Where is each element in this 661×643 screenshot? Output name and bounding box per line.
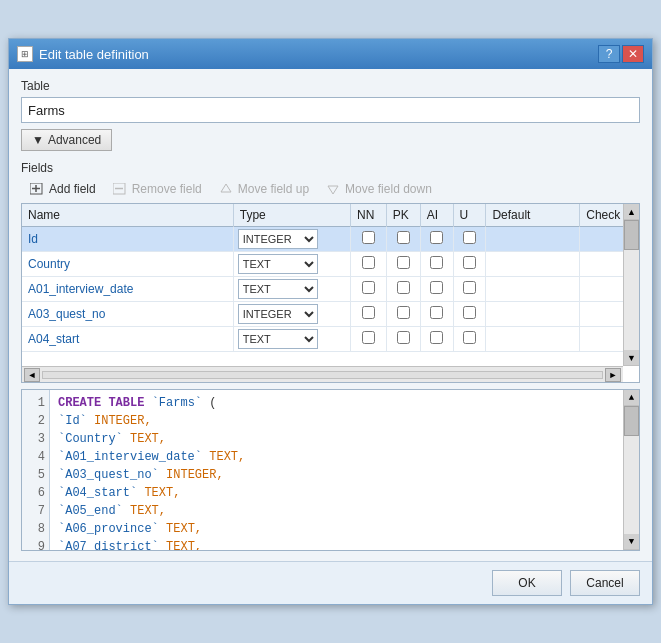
field-default-cell bbox=[486, 227, 580, 252]
field-ai-cell[interactable] bbox=[420, 252, 453, 277]
add-field-label: Add field bbox=[49, 182, 96, 196]
dialog-footer: OK Cancel bbox=[9, 561, 652, 604]
sql-vscroll[interactable]: ▲ ▼ bbox=[623, 390, 639, 550]
field-pk-cell[interactable] bbox=[386, 327, 420, 352]
type-select[interactable]: INTEGERTEXTREALBLOBNUMERIC bbox=[238, 279, 318, 299]
field-ai-cell[interactable] bbox=[420, 227, 453, 252]
move-down-label: Move field down bbox=[345, 182, 432, 196]
field-pk-cell[interactable] bbox=[386, 302, 420, 327]
hscroll-left-btn[interactable]: ◄ bbox=[24, 368, 40, 382]
field-pk-cell[interactable] bbox=[386, 227, 420, 252]
help-button[interactable]: ? bbox=[598, 45, 620, 63]
field-u-cell[interactable] bbox=[453, 252, 486, 277]
field-ai-cell[interactable] bbox=[420, 302, 453, 327]
field-pk-cell[interactable] bbox=[386, 277, 420, 302]
field-u-cell[interactable] bbox=[453, 277, 486, 302]
advanced-arrow: ▼ bbox=[32, 133, 44, 147]
sql-token: `A03_quest_no` bbox=[58, 468, 159, 482]
fields-toolbar: Add field Remove field bbox=[21, 179, 640, 199]
field-nn-cell[interactable] bbox=[351, 327, 387, 352]
field-ai-cell[interactable] bbox=[420, 277, 453, 302]
field-type-cell[interactable]: INTEGERTEXTREALBLOBNUMERIC bbox=[233, 252, 350, 277]
move-field-down-button[interactable]: Move field down bbox=[317, 179, 440, 199]
col-header-u: U bbox=[453, 204, 486, 227]
add-field-button[interactable]: Add field bbox=[21, 179, 104, 199]
table-row[interactable]: CountryINTEGERTEXTREALBLOBNUMERIC bbox=[22, 252, 639, 277]
remove-field-button[interactable]: Remove field bbox=[104, 179, 210, 199]
move-up-icon bbox=[218, 182, 234, 196]
table-row[interactable]: A04_startINTEGERTEXTREALBLOBNUMERIC bbox=[22, 327, 639, 352]
line-number: 3 bbox=[26, 430, 45, 448]
field-pk-checkbox[interactable] bbox=[397, 331, 410, 344]
table-hscroll[interactable]: ◄ ► bbox=[22, 366, 623, 382]
field-u-cell[interactable] bbox=[453, 327, 486, 352]
sql-token: `A01_interview_date` bbox=[58, 450, 202, 464]
advanced-button[interactable]: ▼ Advanced bbox=[21, 129, 112, 151]
field-pk-checkbox[interactable] bbox=[397, 256, 410, 269]
type-select[interactable]: INTEGERTEXTREALBLOBNUMERIC bbox=[238, 329, 318, 349]
cancel-button[interactable]: Cancel bbox=[570, 570, 640, 596]
field-nn-checkbox[interactable] bbox=[362, 306, 375, 319]
close-button[interactable]: ✕ bbox=[622, 45, 644, 63]
field-pk-cell[interactable] bbox=[386, 252, 420, 277]
line-number: 4 bbox=[26, 448, 45, 466]
field-name-cell: Id bbox=[22, 227, 233, 252]
sql-line: `Id` INTEGER, bbox=[58, 412, 631, 430]
field-u-cell[interactable] bbox=[453, 227, 486, 252]
field-u-checkbox[interactable] bbox=[463, 231, 476, 244]
field-pk-checkbox[interactable] bbox=[397, 306, 410, 319]
ok-button[interactable]: OK bbox=[492, 570, 562, 596]
field-type-cell[interactable]: INTEGERTEXTREALBLOBNUMERIC bbox=[233, 327, 350, 352]
field-u-checkbox[interactable] bbox=[463, 331, 476, 344]
field-default-cell bbox=[486, 327, 580, 352]
move-field-up-button[interactable]: Move field up bbox=[210, 179, 317, 199]
hscroll-right-btn[interactable]: ► bbox=[605, 368, 621, 382]
vscroll-down-btn[interactable]: ▼ bbox=[624, 350, 639, 366]
field-nn-checkbox[interactable] bbox=[362, 331, 375, 344]
table-name-input[interactable] bbox=[21, 97, 640, 123]
sql-vscroll-up-btn[interactable]: ▲ bbox=[624, 390, 639, 406]
advanced-label: Advanced bbox=[48, 133, 101, 147]
field-name-cell: A04_start bbox=[22, 327, 233, 352]
field-u-cell[interactable] bbox=[453, 302, 486, 327]
field-nn-checkbox[interactable] bbox=[362, 256, 375, 269]
fields-label: Fields bbox=[21, 161, 640, 175]
field-pk-checkbox[interactable] bbox=[397, 231, 410, 244]
field-pk-checkbox[interactable] bbox=[397, 281, 410, 294]
field-u-checkbox[interactable] bbox=[463, 256, 476, 269]
col-header-nn: NN bbox=[351, 204, 387, 227]
field-default-cell bbox=[486, 277, 580, 302]
vscroll-up-btn[interactable]: ▲ bbox=[624, 204, 639, 220]
move-down-icon bbox=[325, 182, 341, 196]
sql-line: CREATE TABLE `Farms` ( bbox=[58, 394, 631, 412]
vscroll-thumb[interactable] bbox=[624, 220, 639, 250]
field-nn-checkbox[interactable] bbox=[362, 231, 375, 244]
type-select[interactable]: INTEGERTEXTREALBLOBNUMERIC bbox=[238, 254, 318, 274]
field-nn-cell[interactable] bbox=[351, 277, 387, 302]
field-nn-cell[interactable] bbox=[351, 227, 387, 252]
field-ai-cell[interactable] bbox=[420, 327, 453, 352]
type-select[interactable]: INTEGERTEXTREALBLOBNUMERIC bbox=[238, 229, 318, 249]
field-type-cell[interactable]: INTEGERTEXTREALBLOBNUMERIC bbox=[233, 227, 350, 252]
type-select[interactable]: INTEGERTEXTREALBLOBNUMERIC bbox=[238, 304, 318, 324]
field-type-cell[interactable]: INTEGERTEXTREALBLOBNUMERIC bbox=[233, 302, 350, 327]
field-type-cell[interactable]: INTEGERTEXTREALBLOBNUMERIC bbox=[233, 277, 350, 302]
sql-vscroll-down-btn[interactable]: ▼ bbox=[624, 534, 639, 550]
field-nn-cell[interactable] bbox=[351, 252, 387, 277]
field-u-checkbox[interactable] bbox=[463, 306, 476, 319]
field-nn-checkbox[interactable] bbox=[362, 281, 375, 294]
field-ai-checkbox[interactable] bbox=[430, 331, 443, 344]
field-nn-cell[interactable] bbox=[351, 302, 387, 327]
table-row[interactable]: A01_interview_dateINTEGERTEXTREALBLOBNUM… bbox=[22, 277, 639, 302]
table-row[interactable]: IdINTEGERTEXTREALBLOBNUMERIC bbox=[22, 227, 639, 252]
field-u-checkbox[interactable] bbox=[463, 281, 476, 294]
sql-vscroll-thumb[interactable] bbox=[624, 406, 639, 436]
col-header-type: Type bbox=[233, 204, 350, 227]
field-ai-checkbox[interactable] bbox=[430, 231, 443, 244]
sql-content: 123456789 CREATE TABLE `Farms` ( `Id` IN… bbox=[22, 390, 639, 550]
table-row[interactable]: A03_quest_noINTEGERTEXTREALBLOBNUMERIC bbox=[22, 302, 639, 327]
field-ai-checkbox[interactable] bbox=[430, 256, 443, 269]
table-vscroll[interactable]: ▲ ▼ bbox=[623, 204, 639, 366]
field-ai-checkbox[interactable] bbox=[430, 306, 443, 319]
field-ai-checkbox[interactable] bbox=[430, 281, 443, 294]
